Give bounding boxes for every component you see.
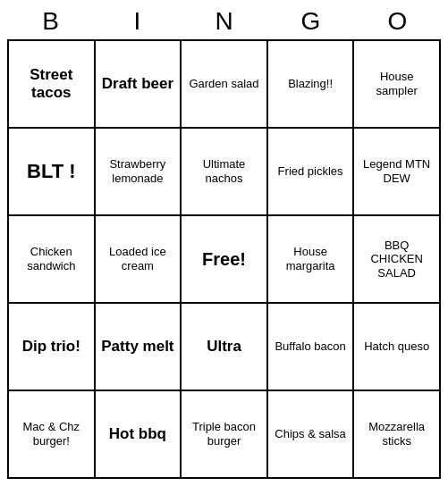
cell-text-12: Free! — [202, 248, 246, 270]
header-letter-i: I — [94, 7, 181, 36]
bingo-cell-18: Buffalo bacon — [268, 304, 355, 391]
bingo-cell-17: Ultra — [182, 304, 268, 391]
cell-text-4: House sampler — [358, 70, 435, 97]
cell-text-24: Mozzarella sticks — [358, 420, 435, 448]
cell-text-13: House margarita — [272, 245, 350, 272]
bingo-cell-6: Strawberry lemonade — [96, 129, 182, 216]
cell-text-8: Fried pickles — [278, 164, 343, 179]
cell-text-15: Dip trio! — [22, 338, 80, 356]
cell-text-2: Garden salad — [189, 77, 258, 91]
bingo-cell-10: Chicken sandwich — [9, 216, 96, 304]
bingo-cell-1: Draft beer — [96, 41, 182, 129]
bingo-cell-22: Triple bacon burger — [182, 391, 268, 479]
cell-text-22: Triple bacon burger — [185, 420, 263, 448]
cell-text-18: Buffalo bacon — [275, 339, 345, 354]
bingo-cell-23: Chips & salsa — [268, 391, 355, 479]
cell-text-19: Hatch queso — [364, 339, 429, 354]
bingo-cell-15: Dip trio! — [9, 304, 96, 391]
header-letter-o: O — [354, 7, 441, 36]
cell-text-7: Ultimate nachos — [185, 157, 263, 185]
cell-text-1: Draft beer — [102, 75, 173, 93]
bingo-cell-3: Blazing!! — [268, 41, 355, 129]
header-letter-n: N — [181, 7, 267, 36]
bingo-cell-19: Hatch queso — [354, 304, 441, 391]
bingo-cell-21: Hot bbq — [96, 391, 182, 479]
cell-text-11: Loaded ice cream — [99, 245, 177, 272]
cell-text-3: Blazing!! — [288, 77, 333, 91]
bingo-cell-7: Ultimate nachos — [182, 129, 268, 216]
cell-text-23: Chips & salsa — [275, 427, 345, 441]
cell-text-14: BBQ CHICKEN SALAD — [358, 239, 435, 281]
cell-text-17: Ultra — [207, 338, 241, 356]
bingo-grid: Street tacosDraft beerGarden saladBlazin… — [7, 39, 441, 479]
bingo-cell-0: Street tacos — [9, 41, 96, 129]
bingo-cell-2: Garden salad — [182, 41, 268, 129]
bingo-header: BINGO — [7, 7, 441, 36]
header-letter-b: B — [7, 7, 94, 36]
bingo-cell-13: House margarita — [268, 216, 355, 304]
cell-text-21: Hot bbq — [109, 425, 166, 443]
header-letter-g: G — [267, 7, 354, 36]
bingo-cell-5: BLT ! — [9, 129, 96, 216]
cell-text-5: BLT ! — [27, 160, 76, 183]
cell-text-0: Street tacos — [13, 66, 90, 103]
bingo-cell-12: Free! — [182, 216, 268, 304]
cell-text-9: Legend MTN DEW — [358, 157, 435, 185]
bingo-cell-4: House sampler — [354, 41, 441, 129]
cell-text-16: Patty melt — [101, 338, 173, 356]
bingo-cell-14: BBQ CHICKEN SALAD — [354, 216, 441, 304]
bingo-cell-24: Mozzarella sticks — [354, 391, 441, 479]
bingo-cell-9: Legend MTN DEW — [354, 129, 441, 216]
bingo-cell-11: Loaded ice cream — [96, 216, 182, 304]
bingo-cell-8: Fried pickles — [268, 129, 355, 216]
bingo-cell-20: Mac & Chz burger! — [9, 391, 96, 479]
cell-text-10: Chicken sandwich — [13, 245, 90, 272]
cell-text-20: Mac & Chz burger! — [13, 420, 90, 448]
cell-text-6: Strawberry lemonade — [99, 157, 177, 185]
bingo-cell-16: Patty melt — [96, 304, 182, 391]
